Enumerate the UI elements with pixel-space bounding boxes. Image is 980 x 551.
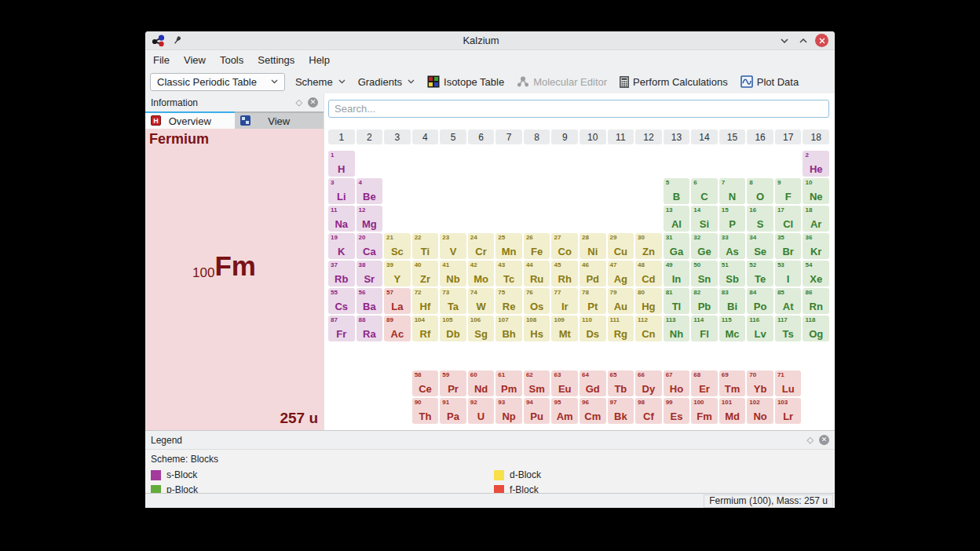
element-Xe[interactable]: 54Xe: [803, 261, 829, 286]
element-Am[interactable]: 95Am: [551, 398, 578, 424]
element-Ru[interactable]: 44Ru: [524, 261, 550, 286]
element-Ts[interactable]: 117Ts: [775, 316, 802, 341]
table-type-select[interactable]: Classic Periodic Table: [150, 73, 285, 91]
element-Sm[interactable]: 62Sm: [524, 370, 550, 396]
element-Cr[interactable]: 24Cr: [468, 233, 495, 259]
menu-help[interactable]: Help: [308, 53, 331, 68]
element-Pa[interactable]: 91Pa: [440, 398, 466, 424]
element-P[interactable]: 15P: [719, 206, 746, 232]
element-Gd[interactable]: 64Gd: [580, 370, 606, 396]
element-Md[interactable]: 101Md: [719, 398, 746, 424]
element-Cf[interactable]: 98Cf: [635, 398, 662, 424]
element-Ga[interactable]: 31Ga: [664, 233, 690, 259]
element-Rb[interactable]: 37Rb: [328, 261, 355, 286]
element-Er[interactable]: 68Er: [691, 370, 718, 396]
element-Cs[interactable]: 55Cs: [328, 288, 355, 314]
element-Hs[interactable]: 108Hs: [524, 316, 550, 341]
element-Y[interactable]: 39Y: [384, 261, 411, 286]
element-Tc[interactable]: 43Tc: [495, 261, 522, 286]
element-Tm[interactable]: 69Tm: [719, 370, 746, 396]
dock-close-icon[interactable]: ✕: [308, 97, 318, 108]
element-Pm[interactable]: 61Pm: [495, 370, 522, 396]
element-Be[interactable]: 4Be: [357, 178, 383, 204]
element-Th[interactable]: 90Th: [412, 398, 439, 424]
element-Yb[interactable]: 70Yb: [747, 370, 773, 396]
search-input[interactable]: [328, 100, 829, 118]
element-Os[interactable]: 76Os: [524, 288, 550, 314]
element-Co[interactable]: 27Co: [551, 233, 578, 259]
element-Cu[interactable]: 29Cu: [608, 233, 634, 259]
element-Np[interactable]: 93Np: [495, 398, 522, 424]
element-Mc[interactable]: 115Mc: [719, 316, 746, 341]
element-Ba[interactable]: 56Ba: [357, 288, 383, 314]
element-Li[interactable]: 3Li: [328, 178, 355, 204]
element-Ce[interactable]: 58Ce: [412, 370, 439, 396]
element-He[interactable]: 2He: [803, 151, 829, 177]
pin-icon[interactable]: [170, 34, 185, 48]
element-Pd[interactable]: 46Pd: [580, 261, 606, 286]
element-Ho[interactable]: 67Ho: [664, 370, 690, 396]
element-I[interactable]: 53I: [775, 261, 802, 286]
element-Mn[interactable]: 25Mn: [495, 233, 522, 259]
chevron-up-icon[interactable]: [796, 34, 810, 48]
element-Rn[interactable]: 86Rn: [803, 288, 829, 314]
element-As[interactable]: 33As: [719, 233, 746, 259]
element-Fr[interactable]: 87Fr: [328, 316, 355, 341]
element-Zn[interactable]: 30Zn: [635, 233, 662, 259]
element-Te[interactable]: 52Te: [747, 261, 773, 286]
element-Ra[interactable]: 88Ra: [357, 316, 383, 341]
element-Lu[interactable]: 71Lu: [775, 370, 802, 396]
element-Mg[interactable]: 12Mg: [357, 206, 383, 232]
element-B[interactable]: 5B: [664, 178, 690, 204]
element-Ir[interactable]: 77Ir: [551, 288, 578, 314]
element-Bi[interactable]: 83Bi: [719, 288, 746, 314]
element-Pb[interactable]: 82Pb: [691, 288, 718, 314]
element-Fe[interactable]: 26Fe: [524, 233, 550, 259]
element-Fl[interactable]: 114Fl: [691, 316, 718, 341]
tab-overview[interactable]: H Overview: [145, 111, 235, 129]
element-C[interactable]: 6C: [691, 178, 718, 204]
element-S[interactable]: 16S: [747, 206, 773, 232]
element-Cl[interactable]: 17Cl: [775, 206, 802, 232]
element-Es[interactable]: 99Es: [664, 398, 690, 424]
element-Tl[interactable]: 81Tl: [664, 288, 690, 314]
menu-settings[interactable]: Settings: [257, 53, 295, 68]
element-Ds[interactable]: 110Ds: [580, 316, 606, 341]
element-Si[interactable]: 14Si: [691, 206, 718, 232]
element-Mt[interactable]: 109Mt: [551, 316, 578, 341]
element-At[interactable]: 85At: [775, 288, 802, 314]
element-Nb[interactable]: 41Nb: [440, 261, 466, 286]
element-Dy[interactable]: 66Dy: [635, 370, 662, 396]
element-No[interactable]: 102No: [747, 398, 773, 424]
element-Ag[interactable]: 47Ag: [608, 261, 634, 286]
menu-file[interactable]: File: [152, 53, 170, 68]
element-Cm[interactable]: 96Cm: [580, 398, 606, 424]
element-Sn[interactable]: 50Sn: [691, 261, 718, 286]
element-N[interactable]: 7N: [719, 178, 746, 204]
dock-close-icon[interactable]: ✕: [819, 435, 829, 445]
element-Hf[interactable]: 72Hf: [412, 288, 439, 314]
element-Nd[interactable]: 60Nd: [468, 370, 495, 396]
plot-data-button[interactable]: Plot Data: [738, 74, 801, 89]
element-Po[interactable]: 84Po: [747, 288, 773, 314]
element-Ta[interactable]: 73Ta: [440, 288, 466, 314]
element-Bk[interactable]: 97Bk: [608, 398, 634, 424]
float-icon[interactable]: ◇: [296, 97, 302, 108]
scheme-button[interactable]: Scheme: [293, 75, 348, 89]
gradients-button[interactable]: Gradients: [356, 75, 417, 89]
element-F[interactable]: 9F: [775, 178, 802, 204]
element-Ar[interactable]: 18Ar: [803, 206, 829, 232]
element-Pu[interactable]: 94Pu: [524, 398, 550, 424]
isotope-table-button[interactable]: Isotope Table: [425, 74, 506, 89]
element-Ac[interactable]: 89Ac: [384, 316, 411, 341]
element-Sr[interactable]: 38Sr: [357, 261, 383, 286]
element-Re[interactable]: 75Re: [495, 288, 522, 314]
element-Rg[interactable]: 111Rg: [608, 316, 634, 341]
element-O[interactable]: 8O: [747, 178, 773, 204]
element-Sb[interactable]: 51Sb: [719, 261, 746, 286]
element-U[interactable]: 92U: [468, 398, 495, 424]
element-Na[interactable]: 11Na: [328, 206, 355, 232]
element-Pt[interactable]: 78Pt: [580, 288, 606, 314]
menu-view[interactable]: View: [183, 53, 207, 68]
element-Rf[interactable]: 104Rf: [412, 316, 439, 341]
